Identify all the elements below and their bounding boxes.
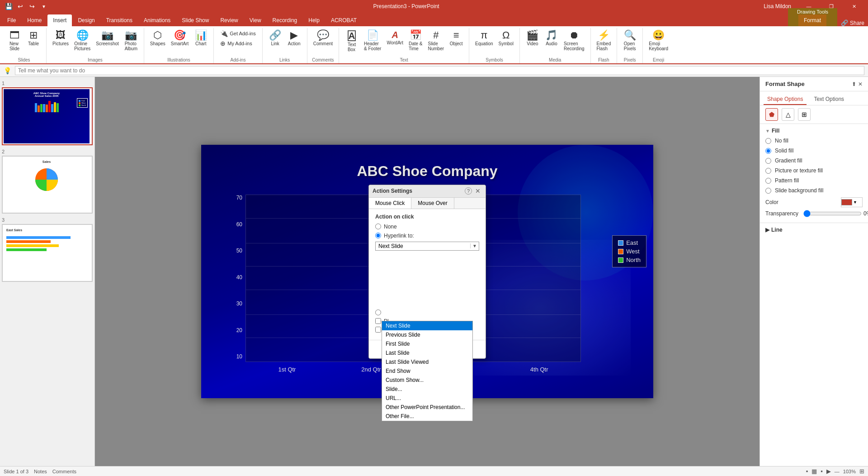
slide-thumb-3[interactable]: 3 East Sales [2,217,93,282]
radio-none[interactable] [375,224,381,229]
tab-format[interactable]: Format [798,14,826,26]
dropdown-arrow[interactable]: ▼ [470,243,479,248]
date-time-button[interactable]: 📅 Date &Time [406,29,425,52]
radio-hyperlink[interactable] [375,233,381,238]
dropdown-item-customshow[interactable]: Custom Show... [382,376,472,385]
dropdown-item-last[interactable]: Last Slide [382,348,472,357]
my-addins-button[interactable]: ⊕ My Add-ins [217,39,255,48]
tab-view[interactable]: View [244,14,267,26]
emoji-keyboard-button[interactable]: 😀 EmojiKeyboard [646,29,670,52]
dialog-help-button[interactable]: ? [465,187,472,195]
dropdown-item-other-file[interactable]: Other File... [382,412,472,421]
format-shape-close-icon[interactable]: ✕ [858,81,863,87]
radio-no-fill[interactable] [765,138,771,144]
transparency-slider[interactable] [803,210,862,217]
get-addins-button[interactable]: 🔌 Get Add-ins [217,29,258,38]
wordart-button[interactable]: A WordArt [384,29,406,47]
audio-button[interactable]: 🎵 Audio [542,29,561,48]
textbox-button[interactable]: A TextBox [343,29,361,53]
slide-thumb-active-1[interactable]: ABC Shoe CompanyAnnual Sales 2005 [2,87,93,145]
dropdown-item-other-ppt[interactable]: Other PowerPoint Presentation... [382,403,472,412]
normal-view-button[interactable]: ▪ [806,468,808,475]
hyperlink-dropdown[interactable]: Next Slide ▼ [375,242,479,251]
radio-pattern-fill[interactable] [765,178,771,184]
symbol-button[interactable]: Ω Symbol [496,29,516,48]
photo-album-button[interactable]: 📷 PhotoAlbum [122,29,140,52]
object-button[interactable]: ≡ Object [447,29,465,48]
screen-recording-button[interactable]: ⏺ ScreenRecording [561,29,587,52]
notes-button[interactable]: Notes [34,469,47,474]
format-shape-expand-icon[interactable]: ⬆ [852,81,856,87]
dropdown-item-prev[interactable]: Previous Slide [382,330,472,339]
tab-review[interactable]: Review [215,14,243,26]
color-swatch-button[interactable]: ▼ [841,197,863,207]
search-input[interactable] [15,66,864,75]
link-button[interactable]: 🔗 Link [266,29,284,48]
open-pixels-button[interactable]: 🔍 OpenPixels [621,29,639,52]
tab-acrobat[interactable]: ACROBAT [326,14,362,26]
screenshot-button[interactable]: 📷 Screenshot [94,29,121,48]
redo-button[interactable]: ↪ [27,1,37,11]
dialog-tab-mouseover[interactable]: Mouse Over [411,198,454,209]
reading-view-button[interactable]: ▪ [821,468,823,475]
tab-file[interactable]: File [2,14,21,26]
dropdown-item-url[interactable]: URL... [382,394,472,403]
slide-number-button[interactable]: # SlideNumber [426,29,447,52]
slide-thumb-2[interactable]: 2 Sales [2,149,93,214]
pictures-button[interactable]: 🖼 Pictures [50,29,71,48]
size-position-icon-button[interactable]: ⊞ [798,108,811,121]
line-section-header[interactable]: ▶ Line [765,225,863,235]
save-button[interactable]: 💾 [4,1,14,11]
tab-animations[interactable]: Animations [138,14,176,26]
slide-thumb-2-border[interactable]: Sales [2,156,93,214]
tab-recording[interactable]: Recording [267,14,303,26]
undo-button[interactable]: ↩ [15,1,25,11]
radio-bg-fill[interactable] [765,188,771,194]
fit-slide-button[interactable]: ⊞ [859,468,864,475]
comments-button[interactable]: Comments [52,469,76,474]
slide-thumb-3-border[interactable]: East Sales [2,224,93,282]
customize-qat-button[interactable]: ▼ [39,1,49,11]
tab-transitions[interactable]: Transitions [101,14,138,26]
tab-home[interactable]: Home [22,14,47,26]
checkbox-playsound[interactable] [375,318,381,324]
dropdown-item-slide[interactable]: Slide... [382,385,472,394]
new-slide-button[interactable]: 🗖 NewSlide [5,29,24,52]
slide-canvas[interactable]: ABC Shoe Company Annual Sales 2005 10 20… [201,145,653,398]
fill-line-icon-button[interactable]: ⬟ [765,108,778,121]
smartart-button[interactable]: 🎯 SmartArt [169,29,191,48]
tab-shape-options[interactable]: Shape Options [764,94,807,105]
equation-button[interactable]: π Equation [473,29,495,48]
action-button[interactable]: ▶ Action [285,29,303,48]
table-button[interactable]: ⊞ Table [24,29,42,48]
radio-gradient-fill[interactable] [765,158,771,164]
dialog-tab-mouseclick[interactable]: Mouse Click [369,198,411,209]
video-button[interactable]: 🎬 Video [524,29,542,48]
online-pictures-button[interactable]: 🌐 OnlinePictures [72,29,93,52]
shapes-button[interactable]: ⬡ Shapes [148,29,168,48]
dropdown-item-next[interactable]: Next Slide [382,321,472,330]
header-footer-button[interactable]: 📄 Header& Footer [362,29,383,52]
dropdown-item-endshow[interactable]: End Show [382,367,472,376]
checkbox-highlight[interactable] [375,327,381,333]
close-button[interactable]: ✕ [844,0,864,13]
dialog-close-button[interactable]: ✕ [474,187,482,195]
effects-icon-button[interactable]: △ [782,108,794,121]
tab-insert[interactable]: Insert [47,14,72,26]
tab-help[interactable]: Help [303,14,325,26]
slide-sorter-button[interactable]: ▦ [811,468,817,475]
slideshow-button[interactable]: ▶ [826,468,831,475]
slide-thumb-1[interactable]: 1 ABC Shoe CompanyAnnual Sales 2005 [2,81,93,145]
tab-slideshow[interactable]: Slide Show [176,14,214,26]
color-dropdown-arrow[interactable]: ▼ [853,200,857,205]
share-label[interactable]: Share [850,20,864,26]
embed-flash-button[interactable]: ⚡ EmbedFlash [594,29,613,52]
fill-section-header[interactable]: ▼ Fill [765,128,863,134]
radio-picture-fill[interactable] [765,168,771,174]
comment-button[interactable]: 💬 Comment [311,29,335,48]
radio-solid-fill[interactable] [765,148,771,154]
dropdown-item-first[interactable]: First Slide [382,339,472,348]
radio-runprogram[interactable] [375,309,381,315]
tab-design[interactable]: Design [72,14,100,26]
chart-button[interactable]: 📊 Chart [192,29,210,48]
